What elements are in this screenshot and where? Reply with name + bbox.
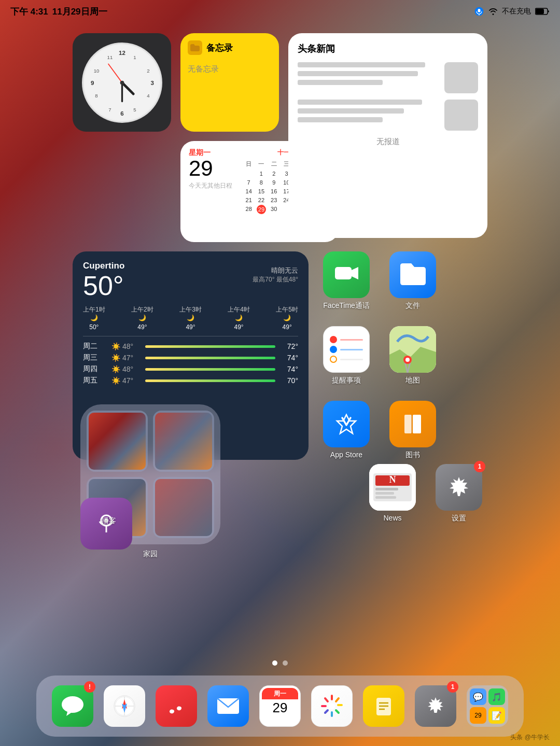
status-bar: 下午 4:31 11月29日周一 不在充电 [0, 0, 560, 23]
podcasts-label: 播客 [80, 516, 137, 526]
home-folder-label: 家园 [80, 550, 220, 559]
svg-text:8: 8 [95, 92, 97, 98]
status-date: 11月29日周一 [52, 6, 107, 18]
maps-app[interactable]: 地图 [384, 326, 441, 385]
weather-condition: 晴朗无云 [253, 266, 298, 275]
dock-cal-weekday: 周一 [262, 688, 298, 699]
svg-text:3: 3 [150, 79, 153, 86]
dock-mail[interactable] [207, 685, 249, 727]
notes-widget[interactable]: 备忘录 无备忘录 [180, 33, 279, 132]
reminders-app[interactable]: 提醒事项 [318, 326, 375, 385]
svg-marker-23 [352, 267, 358, 279]
wifi-icon [488, 8, 498, 15]
svg-text:N: N [389, 474, 396, 485]
dock-settings[interactable]: 1 [415, 685, 456, 727]
news-widget[interactable]: 头条新闻 无报道 [288, 33, 487, 238]
weather-city: Cupertino [83, 261, 124, 271]
dock-safari[interactable] [104, 685, 145, 727]
reminders-label: 提醒事项 [332, 376, 361, 385]
weather-highlow: 最高70° 最低48° [253, 275, 298, 284]
news-label: News [383, 514, 401, 522]
news-article-1 [298, 62, 478, 93]
news-no-report: 无报道 [298, 137, 478, 147]
dock-notes[interactable] [363, 685, 404, 727]
notes-title: 备忘录 [206, 42, 233, 54]
dock: ! [36, 675, 524, 737]
microphone-icon [474, 6, 484, 17]
svg-rect-1 [478, 9, 481, 12]
news-app[interactable]: N News [364, 464, 421, 523]
status-time: 下午 4:31 [10, 6, 48, 18]
status-icons: 不在充电 [474, 6, 550, 17]
weather-daily: 周二 ☀️ 48° 72° 周三 ☀️ 47° 74° 周四 ☀️ 48° [83, 342, 298, 385]
svg-text:12: 12 [119, 50, 125, 56]
svg-rect-36 [375, 496, 396, 499]
weather-temp: 50° [83, 272, 124, 299]
page-dot-1[interactable] [272, 660, 277, 666]
svg-rect-35 [375, 492, 394, 495]
dock-music[interactable] [156, 685, 197, 727]
svg-point-48 [329, 703, 335, 709]
dock-settings-badge: 1 [447, 681, 458, 693]
svg-text:2: 2 [147, 67, 149, 73]
svg-text:9: 9 [91, 79, 94, 86]
watermark: 头条 @牛学长 [510, 733, 550, 742]
notes-folder-icon [188, 40, 202, 55]
appstore-label: App Store [330, 451, 362, 459]
page-dot-2[interactable] [283, 660, 288, 666]
notes-header: 备忘录 [188, 40, 272, 55]
clock-widget[interactable]: 12 3 6 9 11 1 2 4 5 7 8 10 [73, 33, 171, 132]
svg-point-26 [405, 358, 410, 362]
cal-date: 29 [189, 158, 232, 179]
svg-rect-22 [335, 267, 352, 279]
battery-text: 不在充电 [502, 7, 531, 16]
weather-hourly: 上午1时🌙50° 上午2时🌙49° 上午3时🌙49° 上午4时🌙49° 上午5时… [83, 305, 298, 336]
files-label: 文件 [405, 301, 420, 311]
dock-messages[interactable]: ! [52, 685, 93, 727]
facetime-label: FaceTime通话 [323, 301, 370, 311]
dock-photos[interactable] [311, 685, 353, 727]
news-widget-title: 头条新闻 [298, 43, 478, 55]
battery-icon [535, 8, 550, 15]
svg-text:5: 5 [133, 106, 136, 112]
svg-text:10: 10 [93, 67, 99, 73]
svg-text:6: 6 [120, 110, 123, 117]
main-content: 12 3 6 9 11 1 2 4 5 7 8 10 [0, 23, 560, 673]
svg-rect-27 [404, 415, 412, 433]
svg-rect-4 [536, 9, 544, 14]
maps-label: 地图 [405, 376, 420, 385]
books-app[interactable]: 图书 [384, 401, 441, 460]
svg-text:7: 7 [108, 106, 111, 112]
books-label: 图书 [405, 451, 420, 460]
svg-rect-28 [413, 415, 421, 433]
settings-app[interactable]: 1 设置 [430, 464, 487, 523]
dock-calendar[interactable]: 周一 29 [259, 685, 301, 727]
cal-no-events: 今天无其他日程 [189, 181, 232, 190]
facetime-app[interactable]: FaceTime通话 [318, 251, 375, 311]
news-article-2 [298, 100, 478, 131]
settings-badge: 1 [474, 461, 485, 472]
page-dots [272, 660, 288, 666]
svg-point-21 [120, 80, 124, 85]
notes-empty: 无备忘录 [188, 64, 272, 74]
bottom-right-apps: N News 1 设置 [364, 464, 487, 523]
dock-folder[interactable]: 💬 🎵 29 📝 [467, 685, 508, 727]
appstore-app[interactable]: App Store [318, 401, 375, 460]
settings-label: 设置 [452, 514, 466, 523]
files-app[interactable]: 文件 [384, 251, 441, 311]
svg-text:1: 1 [133, 54, 136, 60]
svg-rect-34 [375, 488, 398, 490]
svg-text:4: 4 [147, 92, 150, 98]
messages-badge: ! [84, 681, 95, 693]
dock-cal-date: 29 [273, 699, 288, 715]
svg-text:11: 11 [107, 54, 113, 60]
app-grid: FaceTime通话 文件 [318, 251, 441, 460]
